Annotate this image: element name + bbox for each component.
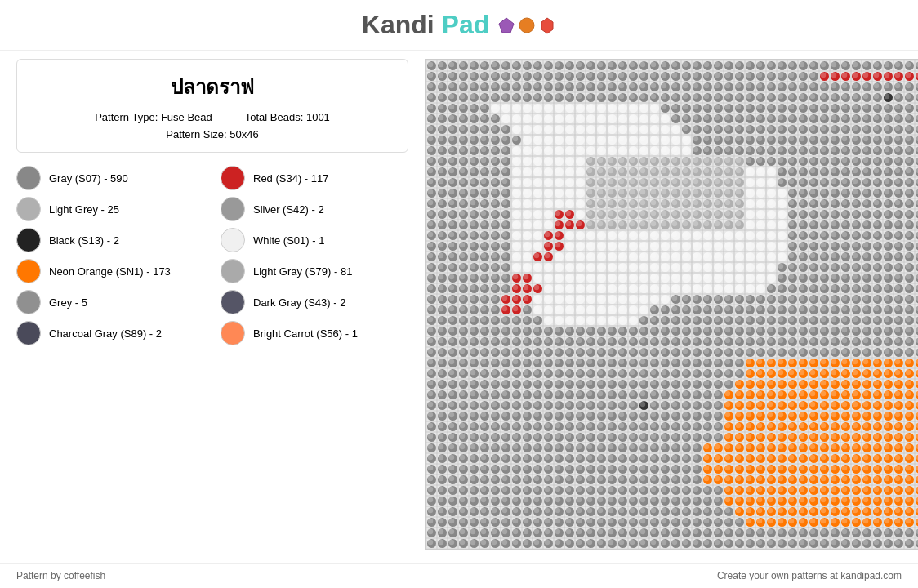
- logo-pad: Pad: [434, 10, 490, 39]
- pattern-meta: Pattern Type: Fuse Bead Total Beads: 100…: [33, 111, 391, 123]
- color-swatch: [16, 228, 41, 252]
- color-label: Charcoal Gray (S89) - 2: [49, 327, 162, 340]
- gem-orange-icon: [518, 16, 536, 34]
- total-beads: Total Beads: 1001: [245, 111, 330, 123]
- pattern-type-label: Pattern Type:: [95, 111, 158, 123]
- color-item: Light Gray (S79) - 81: [221, 259, 408, 283]
- color-item: Red (S34) - 117: [221, 166, 408, 190]
- svg-point-1: [519, 18, 534, 33]
- svg-marker-0: [499, 18, 514, 33]
- color-label: Red (S34) - 117: [253, 172, 329, 185]
- color-item: Gray (S07) - 590: [16, 166, 204, 190]
- color-label: Black (S13) - 2: [49, 234, 119, 247]
- color-label: Silver (S42) - 2: [253, 203, 324, 216]
- logo-text: Kandi Pad: [362, 10, 489, 40]
- color-label: Gray (S07) - 590: [49, 172, 128, 185]
- color-swatch: [221, 290, 245, 314]
- gem-purple-icon: [497, 16, 515, 34]
- color-swatch: [16, 259, 41, 283]
- pattern-title: ปลาดราฟ: [33, 71, 391, 103]
- footer-cta: Create your own patterns at kandipad.com: [717, 570, 902, 581]
- right-panel: [425, 59, 918, 555]
- color-item: White (S01) - 1: [221, 228, 408, 252]
- gem-red-icon: [538, 16, 556, 34]
- color-label: Neon Orange (SN1) - 173: [49, 265, 171, 278]
- logo: Kandi Pad: [362, 10, 556, 40]
- color-item: Bright Carrot (S56) - 1: [221, 321, 408, 345]
- color-item: Silver (S42) - 2: [221, 197, 408, 221]
- color-item: Black (S13) - 2: [16, 228, 204, 252]
- pattern-type-value: Fuse Bead: [161, 111, 212, 123]
- color-swatch: [221, 321, 245, 345]
- color-item: Dark Gray (S43) - 2: [221, 290, 408, 314]
- color-item: Neon Orange (SN1) - 173: [16, 259, 204, 283]
- color-label: Bright Carrot (S56) - 1: [253, 327, 358, 340]
- color-label: Light Grey - 25: [49, 203, 119, 216]
- pattern-size-row: Pattern Size: 50x46: [33, 128, 391, 140]
- color-item: Charcoal Gray (S89) - 2: [16, 321, 204, 345]
- logo-kandi: Kandi: [362, 10, 434, 39]
- left-panel: ปลาดราฟ Pattern Type: Fuse Bead Total Be…: [16, 59, 408, 555]
- footer: Pattern by coffeefish Create your own pa…: [0, 563, 918, 588]
- footer-credit: Pattern by coffeefish: [16, 570, 105, 581]
- pattern-size: Pattern Size: 50x46: [166, 128, 258, 140]
- color-item: Light Grey - 25: [16, 197, 204, 221]
- color-swatch: [16, 290, 41, 314]
- page-wrapper: Kandi Pad ปลาดราฟ: [0, 0, 918, 588]
- total-beads-value: 1001: [306, 111, 330, 123]
- color-label: Light Gray (S79) - 81: [253, 265, 352, 278]
- color-swatch: [221, 259, 245, 283]
- pattern-size-value: 50x46: [230, 128, 258, 140]
- color-label: Dark Gray (S43) - 2: [253, 296, 345, 309]
- main-content: ปลาดราฟ Pattern Type: Fuse Bead Total Be…: [0, 51, 918, 563]
- color-swatch: [16, 197, 41, 221]
- color-swatch: [221, 166, 245, 190]
- color-swatch: [16, 166, 41, 190]
- logo-icons: [497, 16, 556, 34]
- pattern-size-label: Pattern Size:: [166, 128, 226, 140]
- color-swatch: [16, 321, 41, 345]
- total-beads-label: Total Beads:: [245, 111, 304, 123]
- color-swatch: [221, 197, 245, 221]
- bead-canvas: [425, 59, 918, 550]
- pattern-type: Pattern Type: Fuse Bead: [95, 111, 212, 123]
- header: Kandi Pad: [0, 0, 918, 51]
- color-swatch: [221, 228, 245, 252]
- color-item: Grey - 5: [16, 290, 204, 314]
- color-label: Grey - 5: [49, 296, 87, 309]
- color-list: Gray (S07) - 590 Red (S34) - 117 Light G…: [16, 166, 408, 345]
- svg-marker-2: [541, 18, 553, 33]
- pattern-title-box: ปลาดราฟ Pattern Type: Fuse Bead Total Be…: [16, 59, 408, 153]
- color-label: White (S01) - 1: [253, 234, 324, 247]
